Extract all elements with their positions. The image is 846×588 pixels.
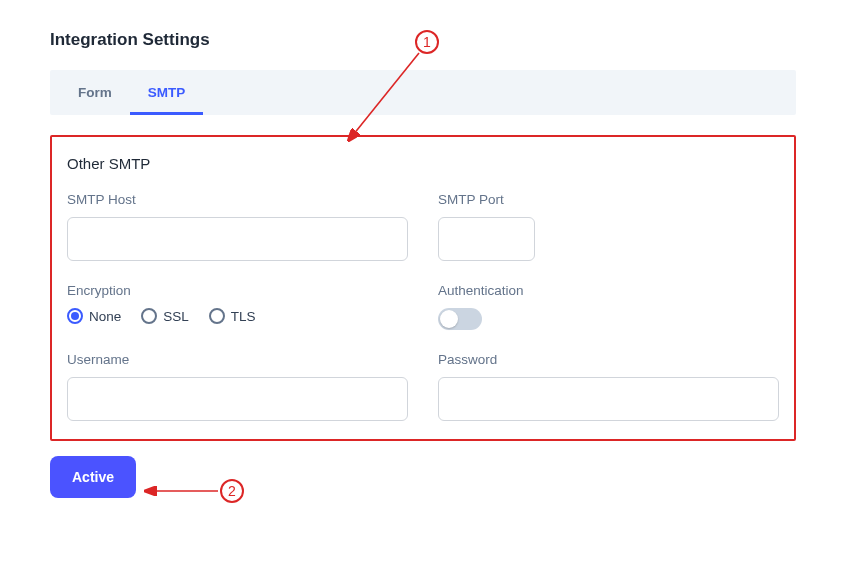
smtp-settings-box: Other SMTP SMTP Host SMTP Port Encryptio… bbox=[50, 135, 796, 441]
annotation-marker-1: 1 bbox=[415, 30, 439, 54]
authentication-label: Authentication bbox=[438, 283, 779, 298]
encryption-ssl[interactable]: SSL bbox=[141, 308, 189, 324]
smtp-host-input[interactable] bbox=[67, 217, 408, 261]
encryption-radio-group: None SSL TLS bbox=[67, 308, 408, 324]
radio-icon bbox=[141, 308, 157, 324]
tab-smtp[interactable]: SMTP bbox=[130, 70, 204, 115]
active-button[interactable]: Active bbox=[50, 456, 136, 498]
radio-label: TLS bbox=[231, 309, 256, 324]
radio-label: SSL bbox=[163, 309, 189, 324]
toggle-knob bbox=[440, 310, 458, 328]
section-title: Other SMTP bbox=[67, 155, 779, 172]
radio-icon bbox=[209, 308, 225, 324]
tab-form[interactable]: Form bbox=[60, 70, 130, 115]
radio-icon bbox=[67, 308, 83, 324]
tabs: Form SMTP bbox=[50, 70, 796, 115]
password-label: Password bbox=[438, 352, 779, 367]
encryption-tls[interactable]: TLS bbox=[209, 308, 256, 324]
username-label: Username bbox=[67, 352, 408, 367]
password-input[interactable] bbox=[438, 377, 779, 421]
smtp-host-label: SMTP Host bbox=[67, 192, 408, 207]
encryption-none[interactable]: None bbox=[67, 308, 121, 324]
authentication-toggle[interactable] bbox=[438, 308, 482, 330]
smtp-port-input[interactable] bbox=[438, 217, 535, 261]
smtp-port-label: SMTP Port bbox=[438, 192, 779, 207]
encryption-label: Encryption bbox=[67, 283, 408, 298]
radio-label: None bbox=[89, 309, 121, 324]
annotation-marker-2: 2 bbox=[220, 479, 244, 503]
username-input[interactable] bbox=[67, 377, 408, 421]
